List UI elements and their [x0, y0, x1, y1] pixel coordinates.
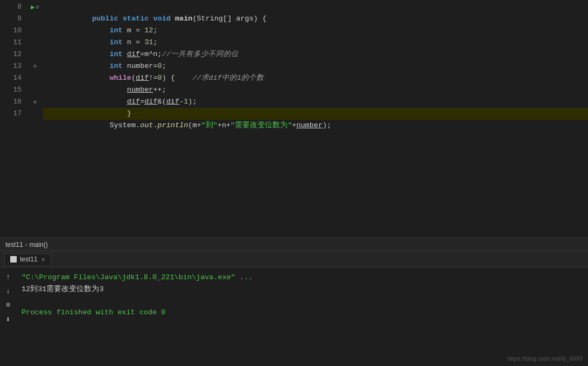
scroll-down-button[interactable]: ↓ [6, 286, 10, 296]
code-lines: public static void main(String[] args) {… [43, 0, 588, 238]
wrap-button[interactable]: ≡ [6, 300, 10, 310]
console-output-line: 12到31需要改变位数为3 [22, 284, 583, 295]
console-sidebar: ↑ ↓ ≡ ⬇ [0, 267, 16, 324]
gutter-8: ▶ ⊖ [27, 1, 43, 13]
console-content: ↑ ↓ ≡ ⬇ "C:\Program Files\Java\jdk1.8.0_… [0, 267, 588, 324]
line-num-15: 15 [5, 84, 22, 96]
gutter: ▶ ⊖ ⊖ ⊖ [27, 0, 43, 238]
gutter-15 [27, 84, 43, 96]
line-num-13: 13 [5, 60, 22, 72]
console-tab[interactable]: test11 ✕ [4, 253, 51, 265]
gutter-14 [27, 72, 43, 84]
code-line-8: public static void main(String[] args) { [43, 1, 588, 13]
gutter-16: ⊖ [27, 96, 43, 108]
console-tab-bar: test11 ✕ [0, 251, 588, 267]
gutter-13: ⊖ [27, 60, 43, 72]
watermark: https://blog.csdn.net/ly_6699 [507, 355, 583, 362]
gutter-17 [27, 108, 43, 120]
breadcrumb-method: main() [30, 241, 48, 248]
run-icon[interactable]: ▶ [31, 3, 34, 11]
scroll-up-button[interactable]: ↑ [6, 272, 10, 282]
line-num-17: 17 [5, 108, 22, 120]
line-num-11: 11 [5, 37, 22, 49]
console-tab-icon [10, 256, 17, 263]
line-num-8: 8 [5, 1, 22, 13]
close-tab-button[interactable]: ✕ [41, 257, 45, 263]
gutter-11 [27, 37, 43, 49]
line-num-16: 16 [5, 96, 22, 108]
gutter-10 [27, 25, 43, 37]
download-button[interactable]: ⬇ [6, 314, 10, 324]
console-process-line: Process finished with exit code 0 [22, 307, 583, 319]
console-cmd-line: "C:\Program Files\Java\jdk1.8.0_221\bin\… [22, 272, 583, 284]
breadcrumb: test11 › main() [0, 238, 588, 251]
line-num-12: 12 [5, 49, 22, 60]
line-num-14: 14 [5, 72, 22, 84]
line-num-10: 10 [5, 25, 22, 37]
line-numbers: 8 9 10 11 12 13 14 15 16 17 [0, 0, 27, 238]
console-tab-label: test11 [20, 255, 38, 263]
gutter-9 [27, 13, 43, 25]
fold-icon-16[interactable]: ⊖ [33, 99, 36, 105]
code-container: 8 9 10 11 12 13 14 15 16 17 ▶ ⊖ [0, 0, 588, 238]
gutter-12 [27, 49, 43, 60]
console-area: test11 ✕ ↑ ↓ ≡ ⬇ "C:\Program Files\Java\… [0, 251, 588, 324]
editor-area: 8 9 10 11 12 13 14 15 16 17 ▶ ⊖ [0, 0, 588, 251]
fold-icon-13[interactable]: ⊖ [33, 63, 37, 70]
fold-icon-8[interactable]: ⊖ [36, 4, 39, 10]
console-blank-line [22, 295, 583, 307]
breadcrumb-file: test11 [5, 241, 23, 248]
breadcrumb-separator: › [25, 241, 27, 248]
console-text: "C:\Program Files\Java\jdk1.8.0_221\bin\… [16, 267, 588, 324]
line-num-9: 9 [5, 13, 22, 25]
